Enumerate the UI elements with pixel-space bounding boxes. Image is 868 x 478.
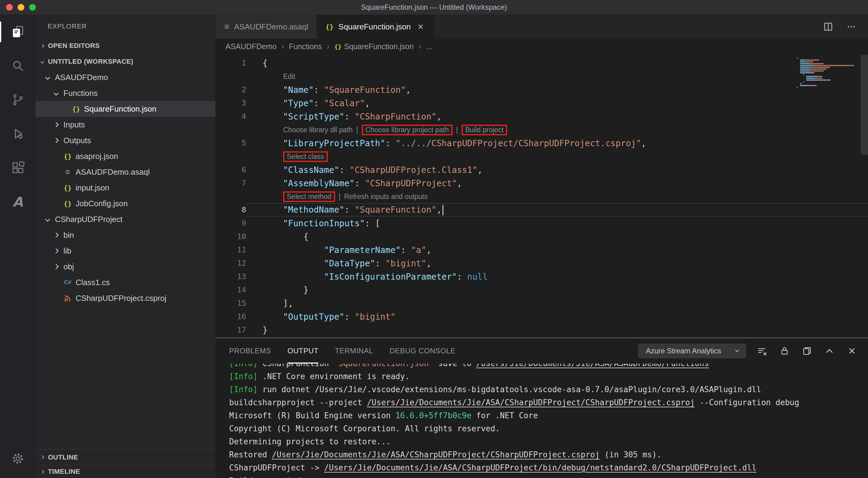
minimap-line	[797, 76, 858, 77]
maximize-panel-icon[interactable]	[824, 346, 835, 356]
code-line[interactable]: 15 ],	[216, 297, 868, 310]
code-line-body: "ClassName": "CSharpUDFProject.Class1",	[246, 163, 868, 176]
zoom-window-button[interactable]	[29, 4, 36, 11]
workspace-section[interactable]: UNTITLED (WORKSPACE)	[35, 54, 215, 69]
code-line[interactable]: 12 "DataType": "bigint",	[216, 257, 868, 270]
lock-icon[interactable]	[779, 346, 790, 356]
breadcrumb-item[interactable]: ASAUDFDemo	[225, 42, 277, 51]
minimap-line	[797, 79, 858, 81]
code-line[interactable]: 10 {	[216, 230, 868, 243]
clear-output-icon[interactable]	[757, 346, 767, 356]
tree-item[interactable]: Outputs	[35, 133, 215, 148]
codelens-link[interactable]: Refresh inputs and outputs	[344, 193, 428, 201]
code-line-body: "ScriptType": "CSharpFunction",	[246, 110, 868, 123]
minimap[interactable]	[797, 58, 858, 89]
breadcrumb-item[interactable]: {}SquareFunction.json	[334, 42, 413, 51]
line-number: 16	[216, 310, 246, 323]
line-number: 12	[216, 257, 246, 270]
code-line[interactable]: 14 }	[216, 283, 868, 297]
editor-scrollbar[interactable]	[861, 55, 868, 155]
split-editor-icon[interactable]	[823, 22, 833, 32]
breadcrumb-item[interactable]: Functions	[289, 42, 322, 51]
activity-search-icon[interactable]	[0, 49, 35, 83]
open-editors-section[interactable]: OPEN EDITORS	[35, 38, 215, 54]
output-channel-select[interactable]: Azure Stream Analytics	[638, 344, 746, 358]
code-line[interactable]: 7 "AssemblyName": "CSharpUDFProject",	[216, 176, 868, 190]
timeline-section[interactable]: TIMELINE	[35, 465, 215, 478]
panel-tab[interactable]: PROBLEMS	[229, 338, 271, 364]
code-line[interactable]: 16 "OutputType": "bigint"	[216, 310, 868, 323]
code-line[interactable]: 5 "LibraryProjectPath": "../../CSharpUDF…	[216, 136, 868, 150]
outline-section[interactable]: OUTLINE	[35, 449, 215, 465]
file-tree: ASAUDFDemoFunctions{}SquareFunction.json…	[35, 69, 215, 306]
code-line[interactable]: 8 "MethodName": "SquareFunction",	[216, 203, 868, 216]
codelens-link[interactable]: Edit	[283, 72, 295, 81]
codelens-link-annotated[interactable]: Select class	[283, 151, 328, 162]
tree-item[interactable]: {}JobConfig.json	[35, 196, 215, 211]
codelens-link-annotated[interactable]: Select method	[283, 192, 335, 202]
code-line[interactable]: 3 "Type": "Scalar",	[216, 97, 868, 110]
panel-tab[interactable]: TERMINAL	[335, 338, 373, 364]
activity-azure-icon[interactable]: A	[0, 185, 35, 219]
output-line: Microsoft (R) Build Engine version 16.6.…	[229, 409, 868, 422]
line-number: 8	[216, 203, 246, 216]
chevron-right-icon	[54, 233, 59, 238]
tree-item[interactable]: Inputs	[35, 117, 215, 133]
editor-tab[interactable]: ≡ASAUDFDemo.asaql	[216, 15, 317, 38]
activity-run-and-debug-icon[interactable]	[0, 117, 35, 151]
minimize-window-button[interactable]	[18, 4, 24, 11]
tree-item[interactable]: ≡ASAUDFDemo.asaql	[35, 164, 215, 180]
chevron-down-icon	[54, 91, 59, 96]
panel-tab[interactable]: DEBUG CONSOLE	[390, 338, 456, 364]
output-line: CSharpUDFProject -> /Users/Jie/Documents…	[229, 461, 868, 474]
code-editor[interactable]: 1{Edit2 "Name": "SquareFunction",3 "Type…	[216, 55, 868, 338]
code-line[interactable]: 13 "IsConfigurationParameter": null	[216, 270, 868, 283]
close-window-button[interactable]	[6, 4, 13, 11]
section-label: TIMELINE	[48, 468, 80, 476]
tree-item[interactable]: {}asaproj.json	[35, 148, 215, 164]
code-line-body: }	[246, 283, 868, 297]
tree-item[interactable]: C#Class1.cs	[35, 274, 215, 290]
breadcrumb-item[interactable]: ...	[426, 42, 432, 51]
file-path-link[interactable]: /Users/Jie/Documents/Jie/ASA/CSharpUDFPr…	[272, 450, 600, 459]
tree-item[interactable]: obj	[35, 259, 215, 274]
close-tab-icon[interactable]	[416, 22, 426, 32]
codelens-link[interactable]: Choose library dll path	[283, 126, 353, 134]
code-line[interactable]: 9 "FunctionInputs": [	[216, 216, 868, 230]
close-panel-icon[interactable]	[847, 346, 857, 356]
code-line[interactable]: 2 "Name": "SquareFunction",	[216, 83, 868, 97]
activity-source-control-icon[interactable]	[0, 83, 35, 117]
json-file-icon: {}	[334, 43, 341, 50]
code-line[interactable]: 4 "ScriptType": "CSharpFunction",	[216, 110, 868, 123]
chevron-right-icon	[54, 248, 59, 253]
twistie	[42, 75, 53, 79]
code-line-body: "ParameterName": "a",	[246, 243, 868, 257]
code-line-body: }	[246, 323, 868, 337]
codelens-link-annotated[interactable]: Choose library project path	[362, 125, 453, 135]
tree-item[interactable]: CSharpUDFProject.csproj	[35, 290, 215, 306]
code-line[interactable]: 11 "ParameterName": "a",	[216, 243, 868, 257]
activity-explorer-icon[interactable]	[0, 15, 35, 49]
tree-item[interactable]: {}input.json	[35, 180, 215, 196]
more-actions-icon[interactable]	[846, 22, 857, 32]
tree-item[interactable]: Functions	[35, 85, 215, 101]
tree-item[interactable]: ASAUDFDemo	[35, 69, 215, 85]
tree-item[interactable]: lib	[35, 243, 215, 259]
open-output-in-editor-icon[interactable]	[802, 346, 812, 356]
tree-item[interactable]: bin	[35, 227, 215, 243]
activity-extensions-icon[interactable]	[0, 151, 35, 185]
panel-tab[interactable]: OUTPUT	[287, 338, 318, 364]
minimap-line	[797, 69, 858, 70]
activity-settings-icon[interactable]	[0, 442, 35, 476]
workbench: A EXPLORER OPEN EDITORS UNTITLED (WORKSP…	[0, 15, 868, 478]
code-line[interactable]: 1{	[216, 57, 868, 70]
code-line[interactable]: 6 "ClassName": "CSharpUDFProject.Class1"…	[216, 163, 868, 176]
file-path-link[interactable]: /Users/Jie/Documents/Jie/ASA/CSharpUDFPr…	[324, 463, 756, 472]
codelens-link-annotated[interactable]: Build project	[462, 125, 507, 135]
code-line[interactable]: 17}	[216, 323, 868, 337]
file-path-link[interactable]: /Users/Jie/Documents/Jie/ASA/CSharpUDFPr…	[367, 398, 695, 407]
tree-item[interactable]: {}SquareFunction.json	[35, 101, 215, 117]
file-path-link[interactable]: /Users/Jie/Documents/Jie/ASA/ASAUDFDemo/…	[476, 364, 709, 368]
editor-tab[interactable]: {}SquareFunction.json	[317, 15, 434, 38]
tree-item[interactable]: CSharpUDFProject	[35, 211, 215, 227]
